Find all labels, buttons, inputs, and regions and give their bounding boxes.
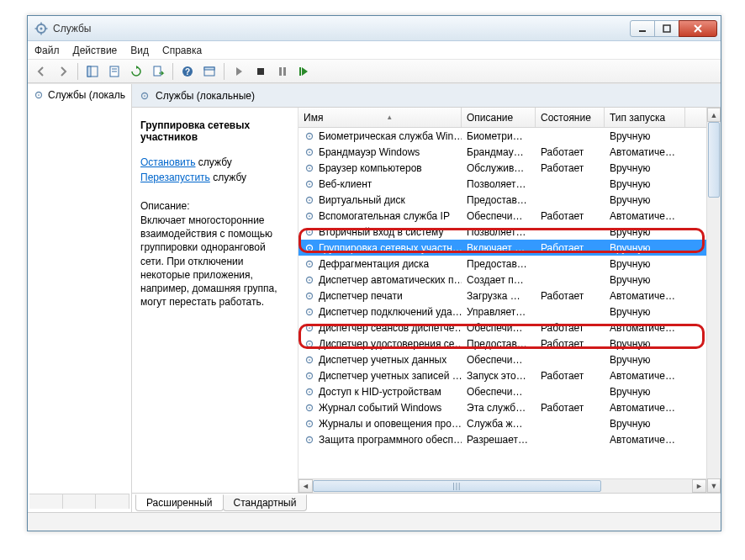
svg-point-55 — [309, 359, 310, 361]
gear-icon — [304, 386, 315, 398]
gear-icon — [304, 274, 315, 286]
service-row[interactable]: Защита программного обесп…Разрешает…Авто… — [299, 431, 706, 447]
service-row[interactable]: Биометрическая служба Win…Биометри…Вручн… — [299, 128, 706, 144]
service-row[interactable]: Диспетчер подключений уда…Управляет…Вруч… — [299, 304, 706, 320]
restart-service-link[interactable]: Перезапустить — [140, 172, 210, 183]
service-row[interactable]: Диспетчер автоматических п…Создает п…Вру… — [299, 272, 706, 288]
service-row[interactable]: Журналы и оповещения про…Служба ж…Вручну… — [299, 415, 706, 431]
svg-point-53 — [309, 343, 310, 345]
start-service-button[interactable] — [229, 62, 249, 81]
svg-point-45 — [309, 279, 310, 281]
service-list[interactable]: Биометрическая служба Win…Биометри…Вручн… — [299, 128, 706, 478]
gear-icon — [304, 418, 315, 430]
svg-point-41 — [309, 247, 310, 249]
show-tree-button[interactable] — [82, 62, 103, 81]
gear-icon — [304, 258, 315, 270]
service-row[interactable]: Браузер компьютеровОбслужив…РаботаетВруч… — [299, 160, 706, 176]
service-row[interactable]: Диспетчер печатиЗагрузка …РаботаетАвтома… — [299, 288, 706, 304]
col-header-desc[interactable]: Описание — [462, 108, 536, 127]
restart-service-button[interactable] — [294, 62, 314, 81]
menu-action[interactable]: Действие — [73, 45, 118, 56]
list-vscrollbar[interactable]: ▲ ▼ — [706, 108, 721, 493]
tree-hscroll[interactable] — [29, 494, 129, 509]
detail-description: Включает многосторонние взаимодействия с… — [140, 214, 289, 309]
back-button[interactable] — [31, 62, 51, 81]
sort-asc-icon: ▲ — [323, 114, 456, 121]
service-row[interactable]: Диспетчер удостоверения се…Предостав…Раб… — [299, 335, 706, 351]
gear-icon — [304, 146, 315, 158]
svg-point-47 — [309, 295, 310, 297]
forward-button[interactable] — [53, 62, 73, 81]
properties-button[interactable] — [104, 62, 124, 81]
svg-point-1 — [40, 27, 43, 29]
close-button[interactable] — [679, 20, 717, 37]
col-header-name[interactable]: Имя ▲ — [299, 108, 462, 127]
help-button[interactable]: ? — [177, 62, 198, 81]
gear-icon — [304, 370, 315, 382]
refresh-button[interactable] — [126, 62, 146, 81]
export-button[interactable] — [148, 62, 168, 81]
menubar: Файл Действие Вид Справка — [28, 41, 721, 60]
col-header-state[interactable]: Состояние — [536, 108, 605, 127]
svg-rect-19 — [279, 67, 282, 76]
tab-standard[interactable]: Стандартный — [223, 494, 308, 511]
tab-extended[interactable]: Расширенный — [135, 494, 224, 511]
svg-point-51 — [309, 327, 310, 329]
list-header: Имя ▲ Описание Состояние Тип запуска — [299, 108, 706, 128]
detail-desc-label: Описание: — [140, 200, 289, 212]
toolbar-btn-8[interactable] — [199, 62, 219, 81]
svg-point-49 — [309, 311, 310, 313]
svg-point-31 — [309, 167, 310, 169]
tree-root[interactable]: Службы (локаль — [29, 87, 129, 103]
col-header-start[interactable]: Тип запуска — [605, 108, 685, 127]
service-row[interactable]: Веб-клиентПозволяет…Вручную — [299, 176, 706, 192]
gear-icon — [139, 90, 151, 102]
service-row[interactable]: Доступ к HID-устройствамОбеспечи…Вручную — [299, 383, 706, 399]
service-row[interactable]: Брандмауэр WindowsБрандмау…РаботаетАвтом… — [299, 144, 706, 160]
svg-point-23 — [38, 94, 40, 96]
stop-service-button[interactable] — [251, 62, 271, 81]
gear-icon — [304, 194, 315, 206]
tree-root-label: Службы (локаль — [48, 89, 125, 101]
gear-icon — [304, 162, 315, 174]
svg-point-27 — [309, 135, 310, 137]
service-row[interactable]: Диспетчер учетных записей …Запуск это…Ра… — [299, 367, 706, 383]
gear-icon — [304, 226, 315, 238]
titlebar[interactable]: Службы — [28, 16, 721, 41]
service-row[interactable]: Диспетчер учетных данныхОбеспечи…Вручную — [299, 351, 706, 367]
gear-icon — [33, 89, 45, 101]
service-row[interactable]: Вторичный вход в системуПозволяет…Вручну… — [299, 224, 706, 240]
service-row[interactable]: Вспомогательная служба IPОбеспечи…Работа… — [299, 208, 706, 224]
gear-icon — [304, 322, 315, 334]
detail-title: Группировка сетевых участников — [140, 119, 289, 143]
service-row[interactable]: Виртуальный дискПредостав…Вручную — [299, 192, 706, 208]
list-hscrollbar[interactable]: ◄ ||| ► — [299, 478, 706, 493]
svg-point-29 — [309, 151, 310, 153]
menu-file[interactable]: Файл — [34, 45, 60, 56]
service-row[interactable]: Дефрагментация дискаПредостав…Вручную — [299, 256, 706, 272]
gear-icon — [304, 402, 315, 414]
menu-view[interactable]: Вид — [130, 45, 149, 56]
pause-service-button[interactable] — [272, 62, 293, 81]
list-pane: Имя ▲ Описание Состояние Тип запуска Био… — [299, 108, 721, 493]
svg-text:?: ? — [185, 67, 190, 77]
tree-pane[interactable]: Службы (локаль — [28, 84, 132, 512]
services-window: Службы Файл Действие Вид Справка ? — [27, 15, 721, 531]
view-tabs: Расширенный Стандартный — [132, 494, 721, 512]
svg-rect-6 — [639, 30, 646, 32]
svg-point-35 — [309, 199, 310, 201]
service-row[interactable]: Журнал событий WindowsЭта служб…Работает… — [299, 399, 706, 415]
menu-help[interactable]: Справка — [162, 45, 202, 56]
toolbar: ? — [28, 60, 721, 83]
gear-icon — [304, 354, 315, 366]
service-row[interactable]: Диспетчер сеансов диспетче…Обеспечи…Рабо… — [299, 320, 706, 335]
services-icon — [34, 22, 48, 35]
minimize-button[interactable] — [630, 20, 655, 37]
svg-point-63 — [309, 423, 310, 425]
svg-point-33 — [309, 183, 310, 185]
maximize-button[interactable] — [654, 20, 679, 37]
svg-point-65 — [309, 439, 310, 441]
gear-icon — [304, 178, 315, 190]
service-row[interactable]: Группировка сетевых участн…Включает …Раб… — [299, 240, 706, 256]
stop-service-link[interactable]: Остановить — [140, 156, 196, 168]
